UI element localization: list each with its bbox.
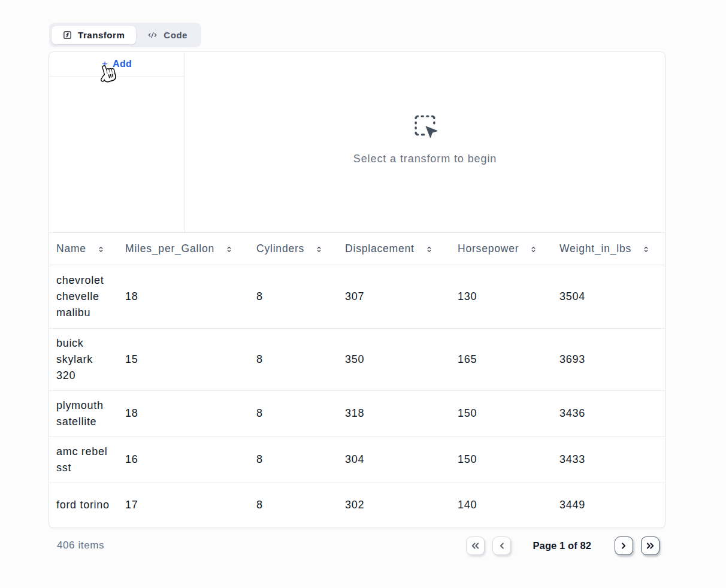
tab-transform-label: Transform — [78, 30, 125, 40]
cell-text: 350 — [345, 353, 364, 365]
tab-code-label: Code — [164, 30, 187, 40]
column-label: Miles_per_Gallon — [125, 243, 214, 255]
transform-empty-state: Select a transform to begin — [185, 52, 665, 232]
square-function-icon — [63, 31, 72, 40]
cell-text: 8 — [256, 453, 263, 465]
column-label: Cylinders — [256, 243, 304, 255]
pagination-controls: Page 1 of 82 — [466, 537, 660, 555]
table-row: plymouth satellite1883181503436 — [49, 390, 665, 437]
cell-value: 165 — [450, 328, 552, 390]
cell-name: chevrolet chevelle malibu — [49, 265, 118, 328]
column-header-name[interactable]: Name — [49, 233, 118, 265]
cell-value: 3449 — [552, 483, 665, 528]
tab-code[interactable]: Code — [136, 26, 199, 44]
cell-value: 16 — [118, 437, 249, 483]
cell-text: 150 — [458, 407, 477, 419]
cell-value: 318 — [338, 390, 450, 437]
cell-value: 150 — [450, 390, 552, 437]
chevrons-up-down-icon — [642, 245, 650, 253]
chevron-left-icon — [496, 540, 507, 551]
column-label: Displacement — [345, 243, 415, 255]
cell-value: 17 — [118, 483, 249, 528]
cell-text: 304 — [345, 453, 364, 465]
prev-page-button[interactable] — [492, 537, 511, 555]
cell-value: 307 — [338, 265, 450, 328]
cell-text: 3693 — [559, 353, 585, 365]
table-row: chevrolet chevelle malibu1883071303504 — [49, 265, 665, 328]
code-icon — [147, 31, 158, 40]
cell-value: 18 — [118, 265, 249, 328]
chevron-right-icon — [618, 540, 630, 551]
cell-value: 140 — [450, 483, 552, 528]
cell-text: plymouth satellite — [56, 398, 111, 430]
table-row: ford torino1783021403449 — [49, 483, 665, 528]
chevrons-up-down-icon — [97, 245, 105, 253]
data-grid: NameMiles_per_GallonCylindersDisplacemen… — [49, 233, 665, 528]
cell-value: 18 — [118, 390, 249, 437]
cell-text: 8 — [256, 407, 263, 419]
view-mode-tabs: Transform Code — [49, 23, 201, 47]
page-status: Page 1 of 82 — [533, 540, 592, 551]
cell-value: 3433 — [552, 437, 665, 483]
tab-transform[interactable]: Transform — [52, 26, 136, 44]
cell-value: 350 — [338, 328, 450, 390]
cell-text: amc rebel sst — [56, 444, 111, 476]
column-header-horsepower[interactable]: Horsepower — [450, 233, 552, 265]
column-header-miles_per_gallon[interactable]: Miles_per_Gallon — [118, 233, 249, 265]
cell-text: buick skylark 320 — [56, 335, 111, 384]
chevrons-up-down-icon — [225, 245, 233, 253]
chevrons-left-icon — [470, 540, 481, 551]
column-label: Horsepower — [458, 243, 519, 255]
cell-value: 130 — [450, 265, 552, 328]
plus-icon: + — [102, 59, 108, 69]
cell-text: 18 — [125, 407, 138, 419]
table-header: NameMiles_per_GallonCylindersDisplacemen… — [49, 233, 665, 265]
cell-value: 150 — [450, 437, 552, 483]
cell-name: ford torino — [49, 483, 118, 528]
cell-text: 307 — [345, 290, 364, 302]
chevrons-up-down-icon — [315, 245, 323, 253]
cell-value: 3693 — [552, 328, 665, 390]
cell-text: 3433 — [559, 453, 585, 465]
table-body: chevrolet chevelle malibu1883071303504bu… — [49, 265, 665, 528]
last-page-button[interactable] — [641, 537, 660, 555]
table-footer: 406 items Page 1 of 82 — [49, 535, 666, 556]
table-row: amc rebel sst1683041503433 — [49, 437, 665, 483]
transform-panel: + Add Select a transform to begin — [49, 51, 666, 528]
cell-text: 8 — [256, 353, 263, 365]
cell-text: 130 — [458, 290, 477, 302]
cell-text: 8 — [256, 499, 263, 511]
transform-builder: + Add Select a transform to begin — [49, 52, 665, 233]
cell-text: 3449 — [559, 499, 585, 511]
cell-text: 165 — [458, 353, 477, 365]
empty-state-message: Select a transform to begin — [353, 153, 497, 165]
cell-value: 15 — [118, 328, 249, 390]
first-page-button[interactable] — [466, 537, 485, 555]
column-header-cylinders[interactable]: Cylinders — [249, 233, 338, 265]
cell-text: 16 — [125, 453, 138, 465]
cell-text: 17 — [125, 499, 138, 511]
cell-text: 3504 — [559, 290, 585, 302]
cell-value: 304 — [338, 437, 450, 483]
data-table: NameMiles_per_GallonCylindersDisplacemen… — [49, 233, 665, 528]
column-header-displacement[interactable]: Displacement — [338, 233, 450, 265]
cell-name: buick skylark 320 — [49, 328, 118, 390]
add-transform-row: + Add — [49, 52, 184, 77]
add-transform-button[interactable]: + Add — [102, 59, 132, 69]
cell-text: 150 — [458, 453, 477, 465]
transform-tool-page: { "colors": { "accent_blue": "#2563eb", … — [0, 0, 726, 588]
cell-text: 15 — [125, 353, 138, 365]
cell-value: 8 — [249, 328, 338, 390]
chevrons-up-down-icon — [425, 245, 433, 253]
cell-text: 18 — [125, 290, 138, 302]
next-page-button[interactable] — [615, 537, 633, 555]
transform-steps-sidebar: + Add — [49, 52, 185, 232]
cell-value: 8 — [249, 483, 338, 528]
cell-value: 8 — [249, 265, 338, 328]
cell-text: chevrolet chevelle malibu — [56, 272, 111, 321]
cell-value: 8 — [249, 437, 338, 483]
cell-name: amc rebel sst — [49, 437, 118, 483]
column-label: Weight_in_lbs — [559, 243, 631, 255]
cell-value: 3504 — [552, 265, 665, 328]
column-header-weight_in_lbs[interactable]: Weight_in_lbs — [552, 233, 665, 265]
